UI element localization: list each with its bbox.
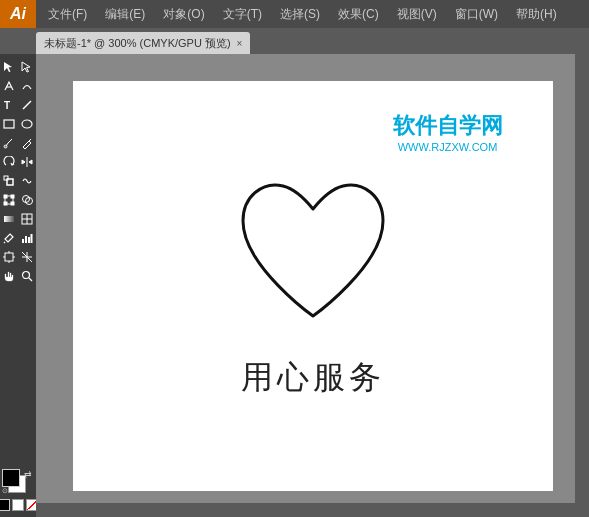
hand-tool[interactable]: [0, 267, 18, 285]
menu-object[interactable]: 对象(O): [155, 0, 212, 28]
svg-marker-1: [22, 62, 30, 72]
tab-close-button[interactable]: ×: [237, 38, 243, 49]
eyedropper-tool[interactable]: [0, 229, 18, 247]
horizontal-scrollbar[interactable]: [36, 503, 589, 517]
swap-colors-icon[interactable]: ⇄: [24, 469, 34, 479]
svg-rect-27: [28, 237, 30, 243]
select-tool[interactable]: [0, 58, 18, 76]
color-white-swatch[interactable]: [12, 499, 24, 511]
heart-shape: [223, 171, 403, 336]
main-area: T: [0, 54, 589, 517]
paintbrush-tool[interactable]: [0, 134, 18, 152]
artboard-tool[interactable]: [0, 248, 18, 266]
svg-line-7: [29, 139, 31, 141]
tab-bar: 未标题-1* @ 300% (CMYK/GPU 预览) ×: [0, 28, 589, 54]
tool-row-2: [0, 77, 36, 95]
tool-row-3: T: [0, 96, 36, 114]
tool-row-1: [0, 58, 36, 76]
tool-row-5: [0, 134, 36, 152]
svg-marker-9: [22, 160, 25, 164]
bar-chart-tool[interactable]: [18, 229, 36, 247]
ellipse-tool[interactable]: [18, 115, 36, 133]
svg-rect-29: [5, 253, 13, 261]
free-transform-tool[interactable]: [0, 191, 18, 209]
shape-builder-tool[interactable]: [18, 191, 36, 209]
chinese-text: 用心服务: [241, 356, 385, 400]
tool-row-11: [0, 248, 36, 266]
canvas-area: 软件自学网 WWW.RJZXW.COM 用心服务: [36, 54, 589, 517]
slice-tool[interactable]: [18, 248, 36, 266]
pen-tool[interactable]: [0, 77, 18, 95]
svg-rect-15: [11, 195, 14, 198]
menu-file[interactable]: 文件(F): [40, 0, 95, 28]
watermark: 软件自学网 WWW.RJZXW.COM: [393, 111, 503, 153]
gradient-tool[interactable]: [0, 210, 18, 228]
color-black-swatch[interactable]: [0, 499, 10, 511]
svg-line-3: [23, 101, 31, 109]
tool-row-8: [0, 191, 36, 209]
tool-row-4: [0, 115, 36, 133]
zoom-tool[interactable]: [18, 267, 36, 285]
type-tool[interactable]: T: [0, 96, 18, 114]
watermark-url: WWW.RJZXW.COM: [393, 141, 503, 153]
color-section: ⇄ ⊙: [0, 469, 36, 517]
menu-window[interactable]: 窗口(W): [447, 0, 506, 28]
svg-marker-0: [4, 62, 12, 72]
color-swatches[interactable]: ⇄ ⊙: [2, 469, 34, 497]
top-bar: Ai 文件(F) 编辑(E) 对象(O) 文字(T) 选择(S) 效果(C) 视…: [0, 0, 589, 28]
canvas-page: 软件自学网 WWW.RJZXW.COM 用心服务: [73, 81, 553, 491]
line-tool[interactable]: [18, 96, 36, 114]
heart-svg: [223, 171, 403, 336]
foreground-color-swatch[interactable]: [2, 469, 20, 487]
svg-line-24: [4, 242, 5, 243]
tool-row-6: [0, 153, 36, 171]
reflect-tool[interactable]: [18, 153, 36, 171]
svg-point-6: [4, 145, 7, 148]
pencil-tool[interactable]: [18, 134, 36, 152]
warp-tool[interactable]: [18, 172, 36, 190]
menu-view[interactable]: 视图(V): [389, 0, 445, 28]
ai-logo: Ai: [0, 0, 36, 28]
reset-colors-icon[interactable]: ⊙: [2, 487, 12, 497]
mesh-tool[interactable]: [18, 210, 36, 228]
curvature-tool[interactable]: [18, 77, 36, 95]
tab-title: 未标题-1* @ 300% (CMYK/GPU 预览): [44, 36, 231, 51]
rectangle-tool[interactable]: [0, 115, 18, 133]
svg-marker-10: [29, 160, 32, 164]
menu-select[interactable]: 选择(S): [272, 0, 328, 28]
color-none-swatch[interactable]: [26, 499, 36, 511]
watermark-site-name: 软件自学网: [393, 111, 503, 141]
toolbar: T: [0, 54, 36, 517]
document-tab[interactable]: 未标题-1* @ 300% (CMYK/GPU 预览) ×: [36, 32, 250, 54]
svg-rect-16: [4, 202, 7, 205]
menu-help[interactable]: 帮助(H): [508, 0, 565, 28]
scale-tool[interactable]: [0, 172, 18, 190]
menu-text[interactable]: 文字(T): [215, 0, 270, 28]
direct-select-tool[interactable]: [18, 58, 36, 76]
svg-rect-20: [4, 216, 14, 222]
svg-rect-14: [4, 195, 7, 198]
svg-rect-4: [4, 120, 14, 128]
tool-row-10: [0, 229, 36, 247]
tool-row-12: [0, 267, 36, 285]
svg-rect-25: [22, 239, 24, 243]
color-mode-swatches: [0, 499, 36, 511]
menu-edit[interactable]: 编辑(E): [97, 0, 153, 28]
tool-row-7: [0, 172, 36, 190]
menu-bar: 文件(F) 编辑(E) 对象(O) 文字(T) 选择(S) 效果(C) 视图(V…: [36, 0, 565, 28]
svg-rect-26: [25, 236, 27, 243]
svg-point-37: [23, 272, 30, 279]
svg-text:T: T: [4, 100, 10, 111]
menu-effect[interactable]: 效果(C): [330, 0, 387, 28]
vertical-scrollbar[interactable]: [575, 54, 589, 503]
svg-rect-17: [11, 202, 14, 205]
svg-line-38: [29, 278, 32, 281]
rotate-tool[interactable]: [0, 153, 18, 171]
svg-point-5: [22, 120, 32, 128]
svg-rect-28: [31, 234, 33, 243]
tool-row-9: [0, 210, 36, 228]
